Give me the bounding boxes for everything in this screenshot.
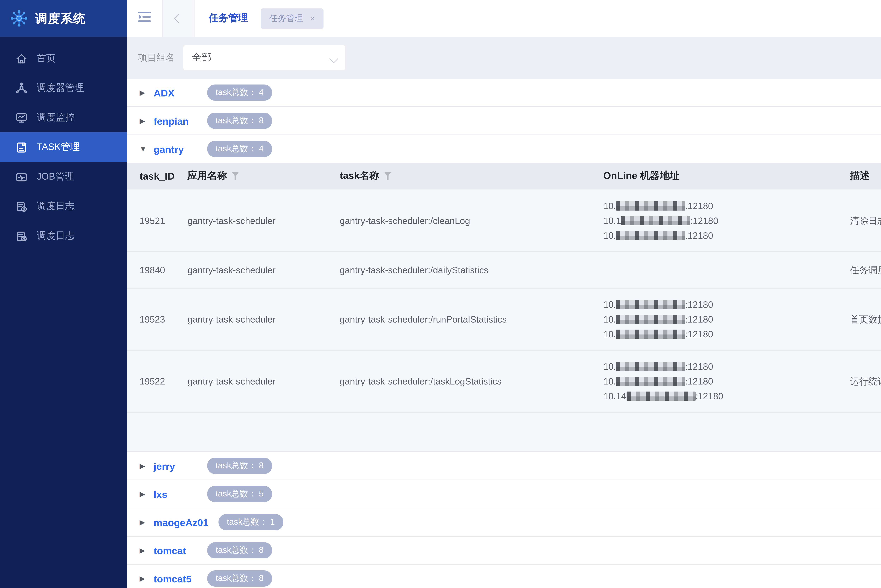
ip-address: 10.:12180 bbox=[603, 327, 850, 342]
sidebar-item-label: 调度日志 bbox=[37, 200, 75, 213]
task-count-badge: task总数： 1 bbox=[218, 514, 283, 530]
select-chevron-down-icon bbox=[329, 54, 338, 63]
pagination: < Previous1Next >前往页 bbox=[127, 412, 881, 452]
task-count-badge: task总数： 4 bbox=[207, 84, 272, 101]
column-header-label: OnLine 机器地址 bbox=[603, 170, 680, 182]
cell-task-id: 19521 bbox=[140, 216, 188, 226]
column-header-label: task名称 bbox=[340, 170, 379, 182]
main-area: 任务管理 任务管理 × 关闭操作 项目组名 全部 刷新 bbox=[127, 0, 881, 588]
column-header-label: task_ID bbox=[140, 170, 174, 182]
ip-address: 10.1:12180 bbox=[603, 213, 850, 228]
table-row: 19521gantry-task-schedulergantry-task-sc… bbox=[127, 190, 881, 252]
filter-funnel-icon[interactable] bbox=[232, 172, 239, 180]
project-group-select-value: 全部 bbox=[192, 51, 212, 64]
app-root: 调度系统 首页调度器管理调度监控TASK管理JOB管理调度日志调度日志 任务管理… bbox=[0, 0, 881, 588]
ip-address: 10.:12180 bbox=[603, 359, 850, 374]
project-group-select[interactable]: 全部 bbox=[183, 45, 345, 70]
cell-description: 清除日志数据定时任务 bbox=[850, 214, 881, 227]
ip-prefix: 10.14 bbox=[603, 391, 626, 401]
sidebar: 调度系统 首页调度器管理调度监控TASK管理JOB管理调度日志调度日志 bbox=[0, 0, 127, 588]
censored-ip-mosaic bbox=[616, 300, 685, 309]
tab-task-management[interactable]: 任务管理 × bbox=[261, 8, 323, 28]
group-row-ADX[interactable]: ▶ADXtask总数： 4 bbox=[127, 79, 881, 107]
group-name: lxs bbox=[153, 488, 197, 500]
tabs-scroll-left[interactable] bbox=[162, 0, 194, 37]
column-header: 描述 bbox=[850, 170, 881, 182]
sidebar-item-label: TASK管理 bbox=[37, 141, 80, 153]
cell-task-id: 19522 bbox=[140, 376, 188, 387]
triangle-right-icon: ▶ bbox=[140, 462, 149, 470]
task-count-badge: task总数： 8 bbox=[207, 570, 272, 586]
group-name: tomcat5 bbox=[153, 573, 197, 584]
group-row-gantry[interactable]: ▼gantrytask总数： 4 bbox=[127, 135, 881, 164]
sidebar-item-job[interactable]: JOB管理 bbox=[0, 162, 127, 192]
cell-description: 运行统计数据定时任务 bbox=[850, 375, 881, 388]
sidebar-item-label: 调度器管理 bbox=[37, 82, 84, 94]
ip-port-suffix: :12180 bbox=[685, 314, 713, 325]
job-icon bbox=[15, 171, 27, 183]
ip-port-suffix: :12180 bbox=[685, 329, 713, 339]
filter-funnel-icon[interactable] bbox=[384, 172, 391, 180]
censored-ip-mosaic bbox=[616, 201, 685, 210]
triangle-right-icon: ▶ bbox=[140, 518, 149, 526]
ip-address: 10.:12180 bbox=[603, 312, 850, 327]
column-header: 应用名称 bbox=[188, 170, 340, 182]
sidebar-item-log1[interactable]: 调度日志 bbox=[0, 192, 127, 221]
censored-ip-mosaic bbox=[616, 231, 685, 240]
cell-online-machines: 10.:1218010.:1218010.:12180 bbox=[603, 297, 850, 342]
cell-app-name: gantry-task-scheduler bbox=[188, 216, 340, 226]
censored-ip-mosaic bbox=[616, 330, 685, 339]
sidebar-menu: 首页调度器管理调度监控TASK管理JOB管理调度日志调度日志 bbox=[0, 37, 127, 251]
task-count-badge: task总数： 4 bbox=[207, 141, 272, 157]
column-header: OnLine 机器地址 bbox=[603, 170, 850, 182]
ip-prefix: 10. bbox=[603, 329, 616, 339]
group-row-tomcat[interactable]: ▶tomcattask总数： 8 bbox=[127, 537, 881, 565]
triangle-right-icon: ▶ bbox=[140, 574, 149, 582]
ip-port-suffix: .12180 bbox=[685, 230, 713, 241]
ip-prefix: 10. bbox=[603, 361, 616, 372]
cell-description: 任务调度日报统计定时任务 bbox=[850, 264, 881, 276]
scheduler-icon bbox=[15, 82, 27, 94]
group-name: jerry bbox=[153, 460, 197, 471]
sidebar-item-task[interactable]: TASK管理 bbox=[0, 132, 127, 162]
group-row-fenpian[interactable]: ▶fenpiantask总数： 8 bbox=[127, 107, 881, 135]
cell-task-name: gantry-task-scheduler:/cleanLog bbox=[340, 216, 603, 226]
group-row-tomcat5[interactable]: ▶tomcat5task总数： 8 bbox=[127, 565, 881, 588]
log-icon bbox=[15, 200, 27, 212]
ip-address: 10.:12180 bbox=[603, 374, 850, 389]
ip-prefix: 10. bbox=[603, 314, 616, 325]
filter-bar: 项目组名 全部 刷新 添加Task bbox=[127, 37, 881, 79]
triangle-right-icon: ▶ bbox=[140, 490, 149, 498]
tab-close-icon[interactable]: × bbox=[310, 14, 315, 23]
group-row-lxs[interactable]: ▶lxstask总数： 5 bbox=[127, 480, 881, 508]
ip-port-suffix: :12180 bbox=[690, 216, 718, 226]
censored-ip-mosaic bbox=[616, 362, 685, 371]
monitor-icon bbox=[15, 112, 27, 124]
task-count-badge: task总数： 8 bbox=[207, 458, 272, 474]
group-row-jerry[interactable]: ▶jerrytask总数： 8 bbox=[127, 452, 881, 480]
cell-app-name: gantry-task-scheduler bbox=[188, 314, 340, 325]
sidebar-item-log2[interactable]: 调度日志 bbox=[0, 221, 127, 251]
ip-port-suffix: :12180 bbox=[685, 299, 713, 310]
ip-prefix: 10. bbox=[603, 299, 616, 310]
sidebar-item-scheduler[interactable]: 调度器管理 bbox=[0, 73, 127, 103]
ip-prefix: 10. bbox=[603, 230, 616, 241]
censored-ip-mosaic bbox=[616, 377, 685, 386]
cell-app-name: gantry-task-scheduler bbox=[188, 265, 340, 275]
group-row-maogeAz01[interactable]: ▶maogeAz01task总数： 1 bbox=[127, 508, 881, 537]
sidebar-item-label: 调度监控 bbox=[37, 111, 75, 124]
ip-prefix: 10. bbox=[603, 376, 616, 387]
project-group-label: 项目组名 bbox=[138, 51, 175, 64]
sidebar-item-label: JOB管理 bbox=[37, 170, 74, 183]
collapse-menu-icon[interactable] bbox=[138, 11, 152, 26]
triangle-down-icon: ▼ bbox=[140, 145, 149, 153]
ip-prefix: 10.1 bbox=[603, 216, 621, 226]
sidebar-item-monitor[interactable]: 调度监控 bbox=[0, 103, 127, 132]
ip-port-suffix: :12180 bbox=[685, 376, 713, 387]
sidebar-item-home[interactable]: 首页 bbox=[0, 44, 127, 73]
table-row: 19522gantry-task-schedulergantry-task-sc… bbox=[127, 351, 881, 412]
app-title: 调度系统 bbox=[35, 10, 86, 26]
app-logo-icon bbox=[10, 9, 28, 27]
table-header: task_ID应用名称task名称OnLine 机器地址描述操作 bbox=[127, 164, 881, 190]
column-header-label: 应用名称 bbox=[188, 170, 227, 182]
